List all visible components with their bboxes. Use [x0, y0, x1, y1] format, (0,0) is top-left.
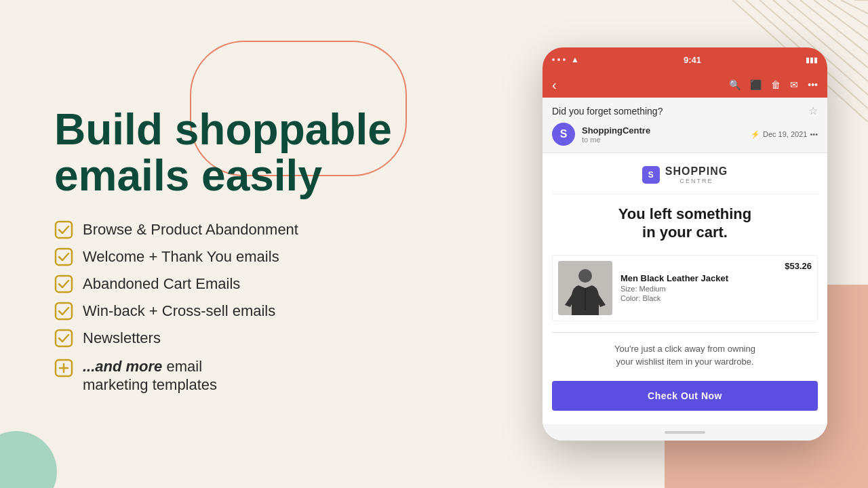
feature-item-5: Newsletters [54, 329, 481, 348]
search-icon[interactable]: 🔍 [729, 79, 741, 90]
product-color: Color: Black [620, 294, 776, 302]
sender-initial: S [560, 128, 568, 140]
checkout-button[interactable]: Check Out Now [552, 381, 818, 411]
email-subject-row: Did you forget something? ☆ [552, 104, 818, 117]
signal-dot-3 [563, 58, 566, 61]
status-right: ▮▮▮ [806, 56, 818, 64]
more-bold: ...and more [83, 358, 162, 375]
delete-icon: 🗑 [771, 79, 781, 90]
save-icon: ⬛ [750, 79, 762, 90]
phone-mockup: ▲ 9:41 ▮▮▮ ‹ 🔍 ⬛ 🗑 ✉ ••• [542, 47, 827, 441]
email-body-text: You're just a click away from owningyour… [552, 342, 818, 369]
left-panel: Build shoppable emails easily Browse & P… [0, 0, 515, 488]
check-icon-2 [54, 247, 73, 266]
features-list: Browse & Product Abandonment Welcome + T… [54, 220, 481, 394]
feature-item-more: ...and more emailmarketing templates [54, 357, 481, 394]
feature-text-5: Newsletters [83, 329, 161, 347]
feature-text-4: Win-back + Cross-sell emails [83, 302, 275, 320]
feature-item-1: Browse & Product Abandonment [54, 220, 481, 239]
product-row: Men Black Leather Jacket Size: Medium Co… [552, 255, 818, 321]
feature-text-2: Welcome + Thank You emails [83, 248, 279, 266]
star-icon[interactable]: ☆ [808, 104, 818, 117]
email-headline: You left somethingin your cart. [552, 205, 818, 241]
main-container: Build shoppable emails easily Browse & P… [0, 0, 868, 488]
wifi-icon: ▲ [571, 55, 579, 64]
svg-rect-14 [56, 330, 72, 346]
feature-text-3: Abandoned Cart Emails [83, 275, 240, 293]
check-icon-5 [54, 329, 73, 348]
brand-logo-icon: S [642, 166, 660, 184]
product-size: Size: Medium [620, 285, 776, 293]
feature-more-text: ...and more emailmarketing templates [83, 357, 217, 394]
sender-avatar: S [552, 123, 575, 146]
feature-item-2: Welcome + Thank You emails [54, 247, 481, 266]
feature-item-4: Win-back + Cross-sell emails [54, 302, 481, 321]
product-info: Men Black Leather Jacket Size: Medium Co… [620, 273, 776, 302]
email-date: ⚡ Dec 19, 2021 ••• [751, 130, 818, 139]
brand-name: SHOPPING [665, 165, 728, 178]
check-icon-3 [54, 274, 73, 293]
sender-row: S ShoppingCentre to me ⚡ Dec 19, 2021 ••… [552, 123, 818, 146]
nav-icons: 🔍 ⬛ 🗑 ✉ ••• [729, 79, 818, 90]
status-left: ▲ [552, 55, 579, 64]
nav-bar: ‹ 🔍 ⬛ 🗑 ✉ ••• [542, 72, 827, 98]
main-headline: Build shoppable emails easily [54, 107, 481, 198]
svg-point-19 [578, 269, 592, 283]
feature-item-3: Abandoned Cart Emails [54, 274, 481, 293]
battery-icon: ▮▮▮ [806, 56, 818, 64]
signal-dot-1 [552, 58, 555, 61]
status-bar: ▲ 9:41 ▮▮▮ [542, 47, 827, 72]
more-icon[interactable]: ••• [808, 79, 818, 90]
svg-rect-13 [56, 303, 72, 319]
email-icon: ✉ [790, 79, 798, 90]
product-image [558, 261, 612, 315]
brand-name-block: SHOPPING CENTRE [665, 165, 728, 184]
brand-header: S SHOPPING CENTRE [552, 153, 818, 195]
email-subject: Did you forget something? [552, 106, 663, 117]
check-icon-1 [54, 220, 73, 239]
back-button[interactable]: ‹ [552, 77, 557, 93]
sender-name: ShoppingCentre [582, 125, 744, 136]
svg-rect-11 [56, 249, 72, 265]
svg-rect-10 [56, 222, 72, 238]
plus-icon [54, 359, 73, 378]
email-more-icon[interactable]: ••• [810, 130, 818, 138]
sender-info: ShoppingCentre to me [582, 125, 744, 144]
divider [552, 332, 818, 333]
signal-dot-2 [557, 58, 560, 61]
svg-rect-12 [56, 276, 72, 292]
lightning-icon: ⚡ [751, 130, 760, 139]
feature-text-1: Browse & Product Abandonment [83, 221, 298, 239]
product-name: Men Black Leather Jacket [620, 273, 776, 283]
brand-sub: CENTRE [665, 178, 728, 184]
sender-to: to me [582, 136, 744, 144]
status-time: 9:41 [684, 55, 701, 65]
home-indicator [542, 424, 827, 441]
right-panel: ▲ 9:41 ▮▮▮ ‹ 🔍 ⬛ 🗑 ✉ ••• [515, 0, 868, 488]
email-body: S SHOPPING CENTRE You left somethingin y… [542, 153, 827, 424]
check-icon-4 [54, 302, 73, 321]
date-text: Dec 19, 2021 [763, 130, 807, 138]
home-bar [665, 431, 705, 434]
email-area: Did you forget something? ☆ S ShoppingCe… [542, 98, 827, 153]
product-price: $53.26 [785, 261, 812, 271]
